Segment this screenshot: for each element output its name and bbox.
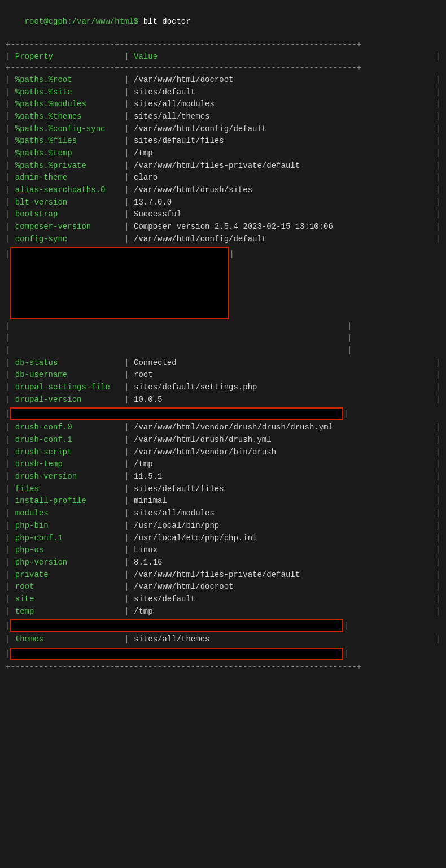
table-row-empty: | | <box>0 345 446 357</box>
table-row: | alias-searchpaths.0 | /var/www/html/dr… <box>0 184 446 197</box>
pipe: | <box>431 51 440 63</box>
table-row: | config-sync | /var/www/html/config/def… <box>0 233 446 246</box>
redacted-block-row-wide2: | | <box>0 618 446 633</box>
table-row: | install-profile | minimal | <box>0 495 446 507</box>
table-row: | drush-conf.0 | /var/www/html/vendor/dr… <box>0 422 446 434</box>
table-row: | php-version | 8.1.16 | <box>0 557 446 569</box>
table-row: | site | sites/default | <box>0 593 446 606</box>
table-row: | %paths.%private | /var/www/html/files-… <box>0 160 446 172</box>
prompt: root@cgph:/var/www/html$ <box>25 17 139 26</box>
table-row-empty: | | <box>0 332 446 345</box>
redacted-block-wide2 <box>10 619 343 632</box>
redacted-block-wide3 <box>10 648 343 660</box>
table-row: | themes | sites/all/themes | <box>0 633 446 646</box>
command: blt doctor <box>138 17 190 26</box>
table-row: | drush-temp | /tmp | <box>0 458 446 471</box>
table-row: | root | /var/www/html/docroot | <box>0 581 446 593</box>
table-row: | admin-theme | claro | <box>0 172 446 184</box>
redacted-block-wide <box>10 407 343 420</box>
pipe: | <box>120 51 134 63</box>
table-row: | private | /var/www/html/files-private/… <box>0 569 446 581</box>
table-row: | bootstrap | Successful | <box>0 209 446 221</box>
table-row: | %paths.%files | sites/default/files | <box>0 135 446 147</box>
redacted-block-large <box>10 247 229 319</box>
table-row: | php-conf.1 | /usr/local/etc/php/php.in… <box>0 532 446 545</box>
table-row: | modules | sites/all/modules | <box>0 507 446 520</box>
terminal-window: root@cgph:/var/www/html$ blt doctor +---… <box>0 0 446 678</box>
table-row: | %paths.%temp | /tmp | <box>0 147 446 160</box>
table-row: | %paths.%site | sites/default | <box>0 86 446 99</box>
table-row: | %paths.%modules | sites/all/modules | <box>0 98 446 111</box>
redacted-block-row-wide: | | <box>0 406 446 422</box>
table-row: | php-bin | /usr/local/bin/php | <box>0 520 446 532</box>
divider-bottom: +----------------------+----------------… <box>0 662 446 673</box>
divider-mid: +----------------------+----------------… <box>0 63 446 74</box>
header-property: Property <box>15 51 120 63</box>
redacted-block-row-large: | | <box>0 246 446 320</box>
table-row: | %paths.%themes | sites/all/themes | <box>0 111 446 123</box>
table-row: | drush-conf.1 | /var/www/html/drush/dru… <box>0 434 446 446</box>
table-header: | Property | Value | <box>0 51 446 63</box>
table-row: | drupal-version | 10.0.5 | <box>0 394 446 406</box>
table-row: | files | sites/default/files | <box>0 483 446 496</box>
pipe: | <box>6 51 15 63</box>
table-rows-group3: | drush-conf.0 | /var/www/html/vendor/dr… <box>0 422 446 618</box>
table-row: | php-os | Linux | <box>0 544 446 557</box>
table-row: | temp | /tmp | <box>0 606 446 618</box>
table-rows-group1: | %paths.%root | /var/www/html/docroot |… <box>0 74 446 246</box>
table-row: | db-username | root | <box>0 369 446 381</box>
table-row: | db-status | Connected | <box>0 357 446 370</box>
table-rows-group2: | db-status | Connected | | db-username … <box>0 357 446 406</box>
table-row: | %paths.%root | /var/www/html/docroot | <box>0 74 446 86</box>
table-row-empty: | | <box>0 320 446 333</box>
redacted-block-row-wide3: | | <box>0 646 446 662</box>
table-row: | drush-version | 11.5.1 | <box>0 471 446 483</box>
table-row: | %paths.%config-sync | /var/www/html/co… <box>0 123 446 136</box>
header-value: Value <box>134 51 431 63</box>
table-row: | blt-version | 13.7.0.0 | <box>0 197 446 209</box>
divider-top: +----------------------+----------------… <box>0 40 446 51</box>
table-row: | drupal-settings-file | sites/default/s… <box>0 381 446 394</box>
command-line: root@cgph:/var/www/html$ blt doctor <box>0 5 446 40</box>
table-row: | drush-script | /var/www/html/vendor/bi… <box>0 446 446 459</box>
table-row: | composer-version | Composer version 2.… <box>0 221 446 233</box>
